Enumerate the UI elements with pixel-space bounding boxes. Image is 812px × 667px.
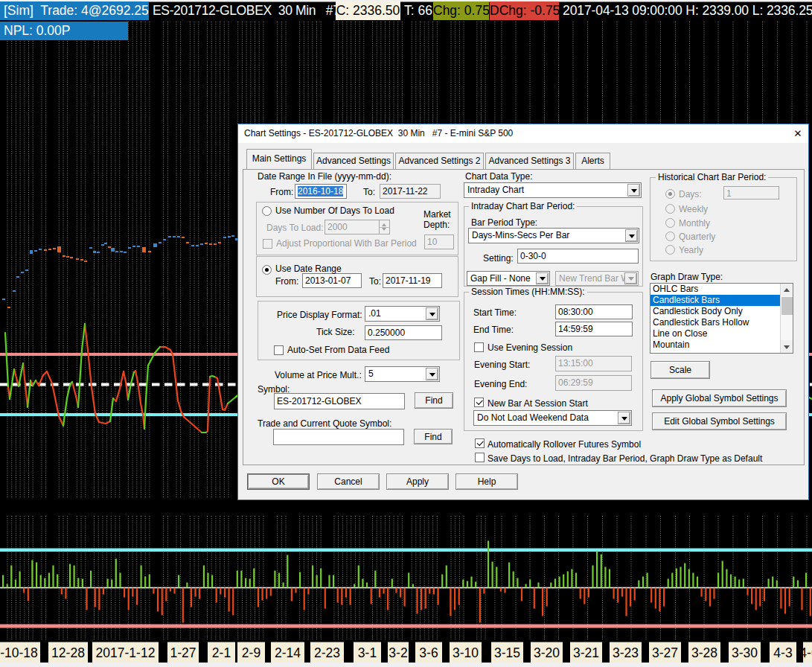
svg-text:2-9: 2-9 xyxy=(242,645,260,660)
svg-text:2017-1-12: 2017-1-12 xyxy=(96,645,156,660)
svg-text:3-2: 3-2 xyxy=(389,645,407,660)
svg-text:4-6: 4-6 xyxy=(799,645,812,660)
svg-text:2-23: 2-23 xyxy=(314,645,340,660)
svg-text:3-1: 3-1 xyxy=(358,645,377,660)
svg-text:1-27: 1-27 xyxy=(170,645,196,660)
svg-text:3-23: 3-23 xyxy=(613,645,639,660)
svg-text:2016-10-18: 2016-10-18 xyxy=(0,645,38,660)
svg-text:12-28: 12-28 xyxy=(51,645,85,660)
svg-text:3-15: 3-15 xyxy=(494,645,520,660)
svg-text:3-21: 3-21 xyxy=(573,645,599,660)
svg-text:2-1: 2-1 xyxy=(212,645,231,660)
svg-text:3-20: 3-20 xyxy=(534,645,560,660)
svg-text:3-30: 3-30 xyxy=(732,645,758,660)
svg-text:3-28: 3-28 xyxy=(691,645,717,660)
svg-text:2-14: 2-14 xyxy=(275,645,301,660)
svg-text:4-3: 4-3 xyxy=(773,645,792,660)
svg-text:3-6: 3-6 xyxy=(419,645,438,660)
svg-text:3-10: 3-10 xyxy=(453,645,479,660)
svg-text:3-27: 3-27 xyxy=(652,645,678,660)
